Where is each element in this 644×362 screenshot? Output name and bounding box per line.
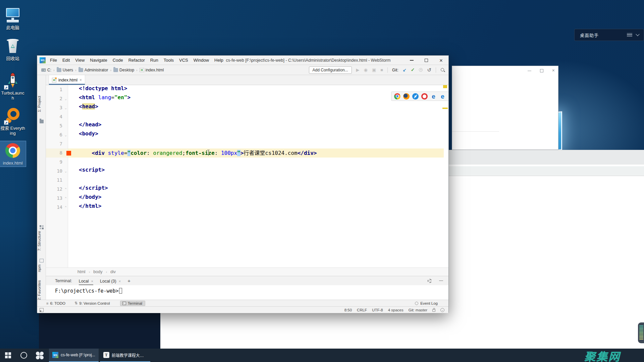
menu-item-window[interactable]: Window	[191, 57, 211, 64]
fold-marker-icon[interactable]: ⌄	[65, 167, 67, 176]
chevron-down-icon[interactable]	[636, 32, 639, 36]
code-line[interactable]: <div style="color: orangered;font-size: …	[68, 148, 448, 158]
code-editor[interactable]: 12⌄3⌄456⌄78910⌄1112⌃13⌃14⌃ <!doctype htm…	[46, 85, 448, 267]
add-configuration-button[interactable]: Add Configuration...	[309, 66, 352, 74]
sidebar-item-favorites[interactable]: 2: Favorites	[37, 280, 46, 300]
maximize-button[interactable]	[419, 56, 434, 65]
git-branch[interactable]: Git: master	[409, 308, 427, 312]
breadcrumb-item[interactable]: Users	[56, 67, 74, 73]
indent-style[interactable]: 4 spaces	[388, 308, 404, 312]
fold-marker-icon[interactable]: ⌃	[65, 185, 67, 194]
edge-widget[interactable]	[638, 322, 644, 343]
menu-item-edit[interactable]: Edit	[60, 57, 72, 64]
lock-icon[interactable]	[432, 309, 435, 312]
fold-marker-icon[interactable]: ⌃	[65, 203, 67, 212]
terminal-tab-local-3[interactable]: Local (3) ×	[100, 276, 121, 285]
menu-item-tools[interactable]: Tools	[161, 57, 176, 64]
ie-browser-icon[interactable]: e	[430, 93, 437, 100]
close-tab-icon[interactable]: ×	[79, 78, 82, 82]
git-commit-icon[interactable]: ✓	[411, 68, 415, 72]
close-button[interactable]: ×	[434, 56, 448, 65]
desktop-icon-index-html[interactable]: index.html	[0, 142, 25, 166]
breadcrumb-div[interactable]: div	[110, 269, 116, 274]
edge-browser-icon[interactable]: e	[439, 93, 446, 100]
tool-window-toggle-icon[interactable]	[40, 308, 44, 312]
firefox-browser-icon[interactable]	[403, 93, 410, 100]
small-background-window[interactable]: ×	[452, 66, 558, 150]
highlighting-level-icon[interactable]	[440, 308, 444, 312]
code-line[interactable]: <body>	[68, 130, 448, 139]
stop-icon[interactable]: ■	[380, 68, 383, 72]
code-area[interactable]: <!doctype html><html lang="en"><head></h…	[68, 85, 448, 212]
menu-item-vcs[interactable]: VCS	[177, 57, 191, 64]
cortana-button[interactable]	[16, 349, 32, 362]
sidebar-item-project[interactable]: 1: Project	[37, 96, 46, 112]
todo-button[interactable]: ≡ 6: TODO	[46, 301, 65, 305]
line-separator[interactable]: CRLF	[357, 308, 367, 312]
taskbar-button-webstorm[interactable]: WS cs-fe-web [F:\proj...	[49, 349, 99, 362]
menu-item-navigate[interactable]: Navigate	[88, 57, 109, 64]
minimize-icon[interactable]	[528, 71, 531, 71]
code-line[interactable]	[68, 112, 448, 121]
pinned-app-button[interactable]	[32, 349, 48, 362]
code-line[interactable]	[68, 139, 448, 148]
desktop-icon-this-pc[interactable]: 此电脑	[0, 7, 25, 30]
desktop-icon-recycle-bin[interactable]: 回收站	[0, 38, 25, 61]
breadcrumb-item[interactable]: Hindex.html	[139, 67, 165, 73]
event-log-button[interactable]: Event Log	[415, 301, 448, 305]
fold-marker-icon[interactable]: ⌃	[65, 194, 67, 203]
file-encoding[interactable]: UTF-8	[372, 308, 383, 312]
close-icon[interactable]: ×	[552, 68, 555, 73]
code-line[interactable]: <script>	[68, 167, 448, 176]
run-icon[interactable]: ▶	[356, 68, 360, 72]
version-control-button[interactable]: ⇅ 9: Version Control	[74, 301, 110, 305]
start-button[interactable]	[0, 349, 16, 362]
code-line[interactable]	[68, 158, 448, 167]
fold-marker-icon[interactable]: ⌄	[65, 130, 67, 139]
breadcrumb-item[interactable]: Desktop	[113, 67, 135, 73]
breadcrumb-body[interactable]: body	[93, 269, 102, 274]
hide-panel-icon[interactable]	[439, 281, 443, 281]
desktop-assistant-widget[interactable]: 桌面助手	[574, 29, 644, 41]
color-swatch-orangered[interactable]	[66, 151, 71, 156]
terminal-console[interactable]: F:\project\cs-fe-web>	[46, 285, 448, 300]
code-line[interactable]: </body>	[68, 194, 448, 203]
new-terminal-button[interactable]: +	[127, 278, 130, 284]
menu-item-code[interactable]: Code	[110, 57, 125, 64]
caret-position[interactable]: 8:50	[344, 308, 352, 312]
terminal-tab-local[interactable]: Local ×	[79, 276, 93, 285]
rollback-icon[interactable]: ↺	[427, 68, 431, 72]
scrollbar-warning-marker[interactable]	[443, 85, 447, 88]
code-line[interactable]	[68, 176, 448, 185]
code-line[interactable]: <head>	[68, 103, 448, 112]
search-icon[interactable]	[440, 68, 445, 72]
code-line[interactable]: </html>	[68, 203, 448, 212]
menu-item-run[interactable]: Run	[148, 57, 161, 64]
desktop-icon-turbolaunch[interactable]: ↗ TurboLaunch	[0, 72, 25, 101]
gear-icon[interactable]	[428, 279, 432, 283]
breadcrumb-item[interactable]: Administrator	[78, 67, 109, 73]
opera-browser-icon[interactable]	[421, 93, 428, 100]
terminal-button[interactable]: › Terminal	[120, 301, 145, 306]
tab-index-html[interactable]: H index.html ×	[49, 75, 85, 85]
sidebar-item-structure[interactable]: 7: Structure	[37, 231, 46, 251]
taskbar-button-typora[interactable]: T 前端教学课程大纲....	[100, 349, 150, 362]
menu-item-help[interactable]: Help	[212, 57, 226, 64]
code-line[interactable]: </script>	[68, 185, 448, 194]
git-update-icon[interactable]: ↙	[403, 68, 407, 72]
sidebar-item-npm[interactable]: npm	[37, 264, 46, 272]
safari-browser-icon[interactable]	[412, 93, 419, 100]
chrome-browser-icon[interactable]	[394, 93, 400, 100]
close-tab-icon[interactable]: ×	[119, 279, 121, 283]
fold-marker-icon[interactable]: ⌄	[65, 103, 67, 112]
menu-item-file[interactable]: File	[48, 57, 59, 64]
scrollbar-warning-marker[interactable]	[442, 108, 448, 109]
coverage-icon[interactable]: ▣	[372, 68, 376, 72]
close-tab-icon[interactable]: ×	[91, 279, 93, 283]
debug-icon[interactable]: ◉	[364, 68, 368, 72]
menu-item-refactor[interactable]: Refactor	[126, 57, 147, 64]
menu-item-view[interactable]: View	[73, 57, 87, 64]
desktop-icon-everything[interactable]: ↗ 搜索 Everything	[0, 107, 25, 136]
breadcrumb-html[interactable]: html	[77, 269, 86, 274]
minimize-button[interactable]	[404, 56, 419, 65]
